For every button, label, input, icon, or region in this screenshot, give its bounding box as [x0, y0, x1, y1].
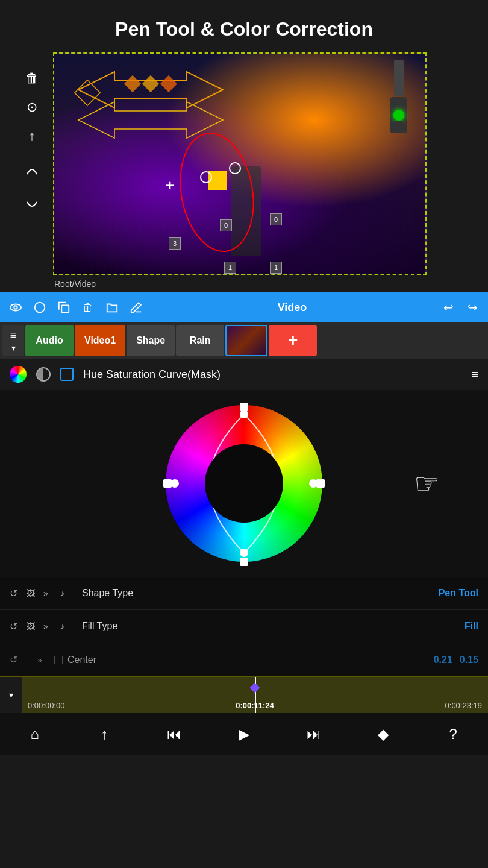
properties-section: ↺ 🖼 » ♪ Shape Type Pen Tool ↺ 🖼 » ♪ Fill… — [0, 577, 488, 676]
chevron-right-icon-2[interactable]: » — [43, 621, 60, 631]
folder-icon[interactable] — [102, 298, 122, 317]
svg-rect-4 — [160, 75, 177, 92]
track-tabs: ≡ ▾ Audio Video1 Shape Rain + — [0, 322, 488, 359]
chevron-right-icon-3[interactable]: » — [37, 655, 54, 665]
fill-type-label: Fill Type — [82, 621, 465, 632]
center-value1[interactable]: 0.21 — [434, 655, 452, 665]
control-circle-1[interactable] — [200, 171, 212, 183]
pen-point-2[interactable]: 0 — [270, 213, 282, 225]
curve2-tool-icon[interactable] — [25, 198, 39, 216]
pen-icon[interactable] — [127, 298, 146, 317]
chevron-right-icon-1[interactable]: » — [43, 588, 60, 598]
timeline-current-time: 0:00:11:24 — [236, 701, 274, 710]
wheel-point-right[interactable] — [316, 479, 325, 488]
timeline-end-time: 0:00:23:19 — [445, 701, 482, 710]
video-preview[interactable]: + 0 1 1 0 3 2 — [53, 52, 427, 275]
refresh-icon-3[interactable]: ↺ — [10, 654, 27, 665]
fill-type-value[interactable]: Fill — [465, 621, 478, 632]
svg-point-13 — [170, 479, 179, 488]
wheel-point-left[interactable] — [163, 479, 172, 488]
timeline-diamond-marker[interactable] — [250, 683, 260, 693]
panel-title: Hue Saturation Curve(Mask) — [83, 368, 461, 381]
svg-point-6 — [10, 304, 21, 311]
curve1-tool-icon[interactable] — [25, 162, 39, 180]
color-wheel-wrapper[interactable] — [166, 405, 322, 562]
tab-audio[interactable]: Audio — [25, 325, 74, 356]
center-row: ↺ » Center 0.21 0.15 — [0, 643, 488, 676]
pen-point-mid[interactable]: 1 — [270, 262, 282, 274]
video-tools-sidebar: 🗑 ⊙ ↑ — [14, 52, 50, 216]
svg-rect-2 — [124, 75, 141, 92]
shape-type-label: Shape Type — [82, 588, 439, 599]
svg-rect-3 — [142, 75, 159, 92]
pen-point-1[interactable]: 1 — [224, 262, 236, 274]
add-point-crosshair[interactable]: + — [166, 177, 180, 192]
tab-video-active[interactable] — [225, 325, 267, 356]
svg-point-12 — [240, 549, 248, 557]
tab-rain[interactable]: Rain — [176, 325, 224, 356]
eye-icon[interactable] — [6, 298, 25, 317]
timeline: ▾ 0:00:00:00 0:00:11:24 0:00:23:19 — [0, 676, 488, 712]
bottom-toolbar: ⌂ ↑ ⏮ ▶ ⏭ ◆ ? — [0, 712, 488, 755]
play-button[interactable]: ▶ — [229, 719, 259, 749]
share-button[interactable]: ↑ — [90, 719, 120, 749]
diamond-button[interactable]: ◆ — [368, 719, 398, 749]
tab-add[interactable]: + — [269, 325, 317, 356]
svg-marker-5 — [78, 102, 223, 138]
svg-point-7 — [14, 306, 17, 309]
image-icon-3[interactable] — [27, 655, 37, 665]
refresh-icon-2[interactable]: ↺ — [10, 621, 27, 632]
main-toolbar: 🗑 Video ↩ ↪ — [0, 292, 488, 322]
timeline-track[interactable]: 0:00:00:00 0:00:11:24 0:00:23:19 — [22, 677, 488, 713]
color-panel: Hue Saturation Curve(Mask) ≡ — [0, 359, 488, 676]
cursor-icon: ☞ — [414, 467, 440, 500]
color-wheel-icon[interactable] — [10, 366, 27, 383]
help-button[interactable]: ? — [438, 719, 468, 749]
square-outline-icon[interactable] — [60, 368, 74, 381]
refresh-icon-1[interactable]: ↺ — [10, 588, 27, 599]
toolbar-title: Video — [151, 301, 434, 314]
wheel-point-top[interactable] — [240, 403, 248, 411]
redo-icon[interactable]: ↪ — [463, 298, 482, 317]
center-value2[interactable]: 0.15 — [460, 655, 478, 665]
circle-icon[interactable] — [30, 298, 49, 317]
image-icon-1[interactable]: 🖼 — [27, 588, 43, 598]
music-icon-2[interactable]: ♪ — [60, 621, 77, 631]
video-thumbnail — [225, 325, 267, 356]
panel-menu-icon[interactable]: ≡ — [471, 368, 478, 382]
color-wheel[interactable] — [166, 405, 322, 562]
timeline-toggle[interactable]: ▾ — [0, 677, 22, 713]
square-icon-3[interactable] — [54, 656, 63, 664]
fill-type-row: ↺ 🖼 » ♪ Fill Type Fill — [0, 610, 488, 643]
image-icon-2[interactable]: 🖼 — [27, 621, 43, 631]
breadcrumb: Root/Video — [0, 275, 488, 292]
timeline-start-time: 0:00:00:00 — [28, 701, 64, 710]
svg-rect-9 — [61, 305, 69, 312]
svg-rect-1 — [75, 80, 100, 105]
music-icon-1[interactable]: ♪ — [60, 588, 77, 598]
undo-icon[interactable]: ↩ — [439, 298, 458, 317]
next-button[interactable]: ⏭ — [299, 719, 329, 749]
tab-sidebar-toggle[interactable]: ≡ ▾ — [2, 325, 24, 356]
shape-type-value[interactable]: Pen Tool — [439, 588, 478, 599]
mask-icon[interactable] — [36, 367, 51, 382]
wheel-point-bottom[interactable] — [240, 558, 248, 566]
tab-video1[interactable]: Video1 — [75, 325, 125, 356]
delete-tool-icon[interactable]: 🗑 — [25, 71, 39, 86]
pen-point-3[interactable]: 3 — [169, 237, 181, 250]
tab-shape[interactable]: Shape — [127, 325, 175, 356]
copy-icon[interactable] — [54, 298, 74, 317]
delete-icon[interactable]: 🗑 — [78, 298, 98, 317]
timer-tool-icon[interactable]: ⊙ — [27, 99, 37, 115]
home-button[interactable]: ⌂ — [20, 719, 50, 749]
shape-type-row: ↺ 🖼 » ♪ Shape Type Pen Tool — [0, 577, 488, 610]
pen-point-0[interactable]: 0 — [220, 219, 232, 231]
arrow-tool-icon[interactable]: ↑ — [29, 128, 36, 144]
svg-point-10 — [240, 410, 248, 418]
control-circle-0[interactable] — [229, 162, 241, 174]
page-title: Pen Tool & Color Correction — [0, 0, 488, 52]
prev-button[interactable]: ⏮ — [159, 719, 189, 749]
color-panel-header: Hue Saturation Curve(Mask) ≡ — [0, 359, 488, 390]
center-label: Center — [67, 655, 434, 665]
svg-point-8 — [35, 303, 45, 313]
